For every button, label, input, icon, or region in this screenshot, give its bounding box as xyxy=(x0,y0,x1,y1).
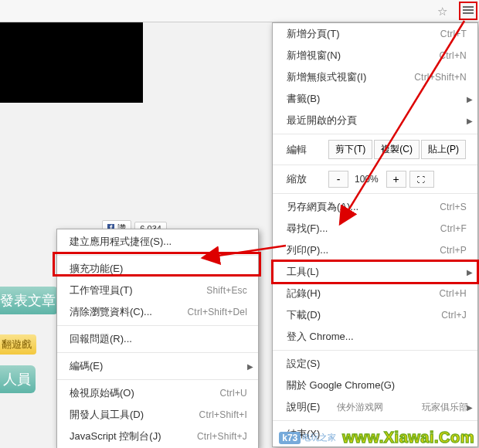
menu-recent-tabs[interactable]: 最近開啟的分頁 ▶ xyxy=(273,110,477,131)
separator xyxy=(273,134,477,134)
submenu-dev-tools[interactable]: 開發人員工具(D) Ctrl+Shift+I xyxy=(57,404,258,426)
shortcut: Ctrl+Shift+I xyxy=(199,409,247,420)
shortcut: Shift+Esc xyxy=(206,285,247,296)
zoom-value: 100% xyxy=(348,174,385,185)
submenu-task-manager[interactable]: 工作管理員(T) Shift+Esc xyxy=(57,280,258,301)
menu-downloads[interactable]: 下載(D) Ctrl+J xyxy=(273,304,477,326)
menu-item-label: 設定(S) xyxy=(287,357,320,371)
menu-signin[interactable]: 登入 Chrome... xyxy=(273,326,477,348)
separator xyxy=(57,325,258,326)
menu-item-label: 新增分頁(T) xyxy=(287,27,340,41)
hamburger-icon xyxy=(463,6,474,15)
menu-item-label: 清除瀏覽資料(C)... xyxy=(70,305,152,319)
menu-item-label: 說明(E) xyxy=(287,400,320,414)
shortcut: Ctrl+Shift+N xyxy=(414,72,467,83)
menu-find[interactable]: 尋找(F)... Ctrl+F xyxy=(273,218,477,239)
shortcut: Ctrl+S xyxy=(440,202,467,212)
submenu-clear-data[interactable]: 清除瀏覽資料(C)... Ctrl+Shift+Del xyxy=(57,301,258,323)
menu-new-tab[interactable]: 新增分頁(T) Ctrl+T xyxy=(273,23,477,45)
menu-item-label: 工作管理員(T) xyxy=(70,283,133,297)
menu-item-label: 建立應用程式捷徑(S)... xyxy=(70,235,172,249)
menu-tools[interactable]: 工具(L) ▶ xyxy=(273,261,477,283)
chevron-right-icon: ▶ xyxy=(467,95,473,104)
submenu-encoding[interactable]: 編碼(E) ▶ xyxy=(57,355,258,377)
menu-zoom-row: 縮放 - 100% + ⛶ xyxy=(273,168,477,191)
separator xyxy=(57,379,258,380)
menu-item-label: 新增無痕式視窗(I) xyxy=(287,70,366,84)
menu-item-label: 檢視原始碼(O) xyxy=(70,386,134,400)
menu-item-label: JavaScript 控制台(J) xyxy=(70,429,161,443)
menu-edit-row: 編輯 剪下(T) 複製(C) 貼上(P) xyxy=(273,137,477,162)
sidebar-games[interactable]: 翻遊戲 xyxy=(0,334,36,355)
menu-item-label: 尋找(F)... xyxy=(287,222,328,236)
watermark-text: 侠外游戏网 玩家俱乐部 xyxy=(337,401,468,414)
shortcut: Ctrl+J xyxy=(441,310,467,321)
copy-button[interactable]: 複製(C) xyxy=(374,140,420,159)
shortcut: Ctrl+N xyxy=(439,50,467,61)
browser-toolbar: ☆ xyxy=(0,0,479,22)
submenu-create-shortcut[interactable]: 建立應用程式捷徑(S)... xyxy=(57,231,258,253)
menu-item-label: 回報問題(R)... xyxy=(70,332,132,346)
watermark-logo: k73 电玩之家 www.Xiawai.Com xyxy=(279,429,474,446)
menu-new-window[interactable]: 新增視窗(N) Ctrl+N xyxy=(273,45,477,66)
menu-incognito[interactable]: 新增無痕式視窗(I) Ctrl+Shift+N xyxy=(273,66,477,88)
fullscreen-button[interactable]: ⛶ xyxy=(409,171,434,188)
submenu-report-issue[interactable]: 回報問題(R)... xyxy=(57,328,258,350)
sidebar-staff[interactable]: 人員 xyxy=(0,365,36,393)
menu-item-label: 記錄(H) xyxy=(287,287,321,300)
zoom-in-button[interactable]: + xyxy=(386,171,406,188)
paste-button[interactable]: 貼上(P) xyxy=(421,140,466,159)
menu-about[interactable]: 關於 Google Chrome(G) xyxy=(273,375,477,396)
chevron-right-icon: ▶ xyxy=(467,117,473,125)
edit-label: 編輯 xyxy=(287,143,327,157)
shortcut: Ctrl+H xyxy=(439,288,467,299)
chevron-right-icon: ▶ xyxy=(467,268,473,277)
separator xyxy=(273,165,477,165)
zoom-label: 縮放 xyxy=(287,172,327,186)
submenu-view-source[interactable]: 檢視原始碼(O) Ctrl+U xyxy=(57,382,258,404)
annotation-highlight-extensions xyxy=(53,252,261,277)
chrome-main-menu: 新增分頁(T) Ctrl+T 新增視窗(N) Ctrl+N 新增無痕式視窗(I)… xyxy=(272,22,478,447)
shortcut: Ctrl+U xyxy=(219,388,247,399)
cut-button[interactable]: 剪下(T) xyxy=(328,140,372,159)
menu-bookmarks[interactable]: 書籤(B) ▶ xyxy=(273,88,477,110)
submenu-js-console[interactable]: JavaScript 控制台(J) Ctrl+Shift+J xyxy=(57,426,258,447)
chevron-right-icon: ▶ xyxy=(247,362,253,371)
menu-item-label: 登入 Chrome... xyxy=(287,330,354,344)
menu-history[interactable]: 記錄(H) Ctrl+H xyxy=(273,283,477,304)
separator xyxy=(57,352,258,353)
menu-item-label: 新增視窗(N) xyxy=(287,49,341,63)
menu-item-label: 另存網頁為(A)... xyxy=(287,200,358,214)
shortcut: Ctrl+T xyxy=(440,29,467,39)
menu-item-label: 下載(D) xyxy=(287,308,321,322)
menu-item-label: 編碼(E) xyxy=(70,359,103,373)
menu-item-label: 關於 Google Chrome(G) xyxy=(287,378,395,392)
menu-item-label: 書籤(B) xyxy=(287,92,320,106)
menu-item-label: 工具(L) xyxy=(287,265,319,279)
menu-save-as[interactable]: 另存網頁為(A)... Ctrl+S xyxy=(273,196,477,218)
shortcut: Ctrl+Shift+Del xyxy=(188,307,248,317)
menu-item-label: 列印(P)... xyxy=(287,243,328,257)
video-thumbnail xyxy=(0,22,143,103)
shortcut: Ctrl+Shift+J xyxy=(197,431,247,442)
k73-logo: k73 电玩之家 xyxy=(279,432,336,444)
separator xyxy=(273,193,477,194)
menu-item-label: 最近開啟的分頁 xyxy=(287,114,357,127)
separator xyxy=(273,350,477,351)
menu-item-label: 開發人員工具(D) xyxy=(70,408,144,422)
bookmark-star-icon[interactable]: ☆ xyxy=(437,5,450,17)
main-menu-button[interactable] xyxy=(459,2,477,20)
sidebar-post-article[interactable]: 發表文章 xyxy=(0,287,59,314)
zoom-out-button[interactable]: - xyxy=(328,171,348,188)
shortcut: Ctrl+P xyxy=(440,245,467,256)
menu-print[interactable]: 列印(P)... Ctrl+P xyxy=(273,239,477,261)
shortcut: Ctrl+F xyxy=(440,223,467,234)
xiawai-logo: www.Xiawai.Com xyxy=(342,429,474,446)
menu-settings[interactable]: 設定(S) xyxy=(273,353,477,375)
separator xyxy=(273,420,477,421)
